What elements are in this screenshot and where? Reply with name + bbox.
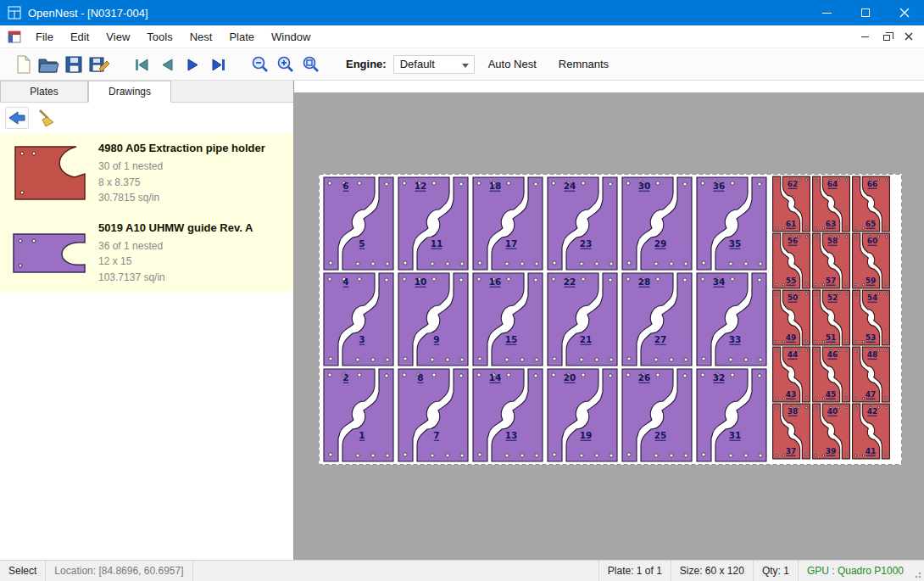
part-number: 40 [827,407,838,416]
open-button[interactable] [36,52,61,77]
close-button[interactable] [885,0,924,25]
part-number: 4 [342,277,348,287]
tab-plates[interactable]: Plates [0,81,88,102]
last-arrow-icon [208,54,228,75]
first-plate-button[interactable] [129,52,154,77]
part-number: 66 [867,180,878,188]
part-number: 48 [867,350,878,359]
menu-window[interactable]: Window [263,27,319,47]
part-number: 64 [827,180,838,188]
drawings-list: 4980 A05 Extraction pipe holder 30 of 1 … [0,133,293,560]
part-number: 33 [729,334,742,344]
child-minimize-button[interactable] [854,28,875,45]
part-number: 18 [489,181,502,191]
part-number: 61 [786,220,797,228]
nest-canvas[interactable]: 6512111817242330293635431091615222128273… [294,81,924,560]
minimize-button[interactable] [807,0,846,25]
save-floppy-icon [64,54,84,75]
nest-plate[interactable]: 6512111817242330293635431091615222128273… [319,174,902,465]
chevron-down-icon [462,64,469,68]
child-window-icon [8,31,21,43]
part-number: 44 [788,350,799,359]
zoom-in-icon [275,53,297,75]
tab-drawings[interactable]: Drawings [88,81,171,103]
menu-plate[interactable]: Plate [220,27,263,47]
auto-nest-button[interactable]: Auto Nest [480,53,545,75]
part-number: 14 [489,372,502,383]
menubar: File Edit View Tools Nest Plate Window [0,25,924,48]
send-back-button[interactable] [5,107,29,129]
part-number: 53 [866,333,877,342]
part-number: 29 [654,238,667,249]
save-as-button[interactable] [86,52,112,77]
part-number: 11 [431,238,443,249]
last-plate-button[interactable] [205,52,231,77]
red-part-shape [15,147,85,199]
menu-nest[interactable]: Nest [181,27,221,47]
remnants-button[interactable]: Remnants [550,53,617,75]
open-folder-icon [37,54,59,75]
part-number: 15 [505,334,518,344]
part-number: 2 [342,372,348,383]
purple-part-shape [14,234,85,272]
part-number: 60 [867,237,878,245]
window-title: OpenNest - [N0317-004] [28,7,148,20]
drawing-item[interactable]: 4980 A05 Extraction pipe holder 30 of 1 … [0,133,293,213]
drawing-item[interactable]: 5019 A10 UHMW guide Rev. A 36 of 1 neste… [0,213,293,293]
new-page-icon [13,54,33,75]
statusbar: Select Location: [84.8696, 60.6957] Plat… [0,560,924,581]
maximize-button[interactable] [846,0,885,25]
zoom-fit-button[interactable] [298,52,324,77]
part-number: 39 [826,447,837,455]
part-number: 57 [826,277,837,285]
part-number: 63 [826,220,837,228]
main-body: Plates Drawings [0,81,924,560]
part-number: 42 [867,407,878,416]
drawing-nested: 30 of 1 nested [98,159,265,175]
titlebar: OpenNest - [N0317-004] [0,0,924,25]
app-icon [8,6,21,20]
zoom-out-button[interactable] [248,52,273,77]
part-thumbnail [8,220,90,286]
part-number: 22 [564,277,576,287]
part-thumbnail [8,140,90,206]
menu-view[interactable]: View [97,27,138,47]
engine-select[interactable]: Default [393,55,475,74]
part-number: 13 [505,430,518,440]
sidebar-tabstrip: Plates Drawings [0,81,293,103]
zoom-in-button[interactable] [273,52,298,77]
part-number: 24 [564,181,576,191]
next-plate-button[interactable] [180,52,205,77]
part-number: 26 [638,372,651,383]
save-button[interactable] [61,52,86,77]
part-number: 19 [580,430,593,440]
menu-edit[interactable]: Edit [62,27,97,47]
resize-grip[interactable] [912,561,924,581]
broom-icon [36,108,56,128]
part-number: 6 [342,181,348,191]
child-close-button[interactable] [899,28,919,45]
part-number: 51 [826,333,837,342]
part-number: 27 [654,334,667,344]
statusbar-size: Size: 60 x 120 [671,561,753,581]
canvas-margin [294,81,924,92]
statusbar-gpu: GPU : Quadro P1000 [798,561,912,581]
opennest-window: OpenNest - [N0317-004] File Edit View To… [0,0,924,581]
zoom-fit-icon [300,53,322,75]
child-restore-button[interactable] [877,28,897,45]
part-number: 10 [415,277,427,287]
blue-arrow-icon [8,109,26,126]
clear-button[interactable] [34,107,58,129]
part-number: 36 [713,181,726,191]
drawing-size: 12 x 15 [98,254,253,270]
part-number: 54 [867,293,878,302]
part-number: 58 [827,237,838,245]
previous-plate-button[interactable] [154,52,180,77]
menu-tools[interactable]: Tools [138,27,181,47]
part-number: 52 [827,293,838,302]
part-number: 20 [564,372,576,383]
statusbar-qty: Qty: 1 [753,561,798,581]
menu-file[interactable]: File [27,27,62,47]
new-button[interactable] [10,52,36,77]
drawing-title: 4980 A05 Extraction pipe holder [98,142,265,154]
